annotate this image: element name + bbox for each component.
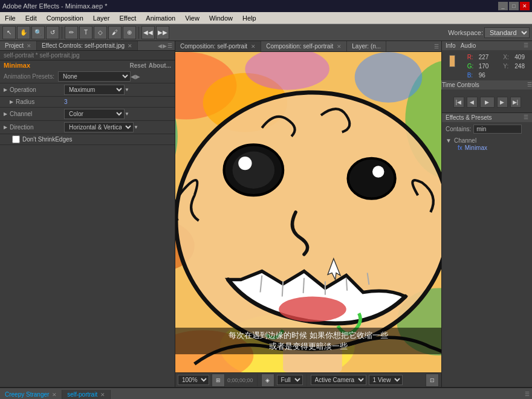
tool-zoom[interactable]: 🔍 [31, 26, 45, 39]
project-tab-close[interactable]: ✕ [27, 43, 31, 49]
info-b-row: B: 96 [464, 71, 493, 80]
effect-section-name: Minimax [4, 62, 30, 69]
menu-window[interactable]: Window [207, 13, 235, 23]
layer-tab[interactable]: Layer: (n... [347, 41, 386, 51]
tool-pen[interactable]: ✏ [65, 26, 78, 39]
direction-expand[interactable]: ▶ [4, 125, 7, 130]
ep-menu[interactable]: ☰ [524, 114, 528, 121]
dont-shrink-checkbox[interactable] [12, 135, 20, 143]
info-panel-header: Info Audio ☰ [442, 41, 532, 50]
window-controls[interactable]: _ □ ✕ [498, 2, 530, 10]
channel-expand[interactable]: ▶ [4, 111, 7, 117]
menu-view[interactable]: View [183, 13, 202, 23]
menu-file[interactable]: File [2, 13, 18, 23]
effect-about-btn[interactable]: About... [149, 62, 171, 69]
tc-prev-btn[interactable]: ◀ [467, 97, 478, 108]
tl-tab-self[interactable]: self-portrait ✕ [62, 390, 111, 399]
comp-fit-btn[interactable]: ⊞ [212, 374, 225, 387]
tc-next-btn[interactable]: ▶ [497, 97, 508, 108]
effect-controls-tab-close[interactable]: ✕ [128, 43, 132, 49]
tc-play-btn[interactable]: ▶ [480, 97, 495, 108]
svg-point-25 [279, 296, 346, 322]
minimize-button[interactable]: _ [498, 2, 508, 10]
svg-point-16 [238, 157, 251, 170]
ep-contains-label: Contains: [446, 126, 471, 132]
menu-composition[interactable]: Composition [44, 13, 86, 23]
effects-presets-panel: Effects & Presets ☰ Contains: ▼ Channel … [442, 113, 532, 387]
workspace-select[interactable]: Standard [484, 27, 530, 38]
menu-animation[interactable]: Animation [143, 13, 178, 23]
r-label: R: [467, 54, 476, 60]
tab-effect-controls[interactable]: Effect Controls: self-portrait.jpg ✕ [37, 41, 138, 50]
direction-select[interactable]: Horizontal & Vertical [64, 122, 134, 132]
operation-row: ▶ Operation Maximum ▼ [0, 83, 175, 97]
comp-tab-1[interactable]: Composition: self-portrait ✕ [175, 41, 261, 51]
title-text: Adobe After Effects - Minimax.aep * [2, 2, 107, 10]
anim-nav-left[interactable]: ◀ [131, 73, 135, 80]
tool-clone[interactable]: ⊕ [123, 26, 136, 39]
panel-nav-right[interactable]: ▶ [163, 43, 167, 49]
tab-project[interactable]: Project ✕ [0, 41, 37, 50]
info-coord-values: X: 409 Y: 248 [499, 53, 528, 80]
audio-tab[interactable]: Audio [461, 42, 476, 49]
ep-minimax-item[interactable]: fx Minimax [446, 144, 528, 152]
tool-shape[interactable]: ◇ [94, 26, 107, 39]
comp-tb-sep1 [257, 374, 258, 386]
tool-forward[interactable]: ▶▶ [156, 26, 169, 39]
panel-menu[interactable]: ☰ [167, 43, 172, 49]
ep-channel-header[interactable]: ▼ Channel [446, 137, 528, 144]
maximize-button[interactable]: □ [509, 2, 519, 10]
anim-nav-right[interactable]: ▶ [135, 73, 140, 80]
tool-rotate[interactable]: ↺ [46, 26, 59, 39]
tc-first-btn[interactable]: |◀ [453, 97, 464, 108]
ep-search-input[interactable] [473, 125, 522, 134]
tool-paint[interactable]: 🖌 [108, 26, 122, 39]
comp-tb-sep2 [307, 374, 307, 386]
radius-expand[interactable]: ▶ [10, 99, 13, 105]
menu-effect[interactable]: Effect [117, 13, 138, 23]
main-area: Project ✕ Effect Controls: self-portrait… [0, 41, 532, 387]
quality-select[interactable]: Full [277, 375, 303, 385]
anim-presets-select[interactable]: None [58, 71, 131, 82]
subtitle-area: 每次在遇到边缘的时候 如果你想把它收缩一些 或者是变得更暗淡一些 [175, 328, 441, 354]
operation-select[interactable]: Maximum [64, 85, 125, 95]
tool-back[interactable]: ◀◀ [141, 26, 155, 39]
comp-tab-1-close[interactable]: ✕ [251, 44, 256, 50]
time-controls-menu[interactable]: ☰ [527, 82, 532, 88]
comp-tab-2[interactable]: Composition: self-portrait ✕ [261, 41, 347, 51]
close-button[interactable]: ✕ [520, 2, 530, 10]
comp-tab-2-close[interactable]: ✕ [337, 44, 342, 50]
tl-tab-creepy-close[interactable]: ✕ [52, 392, 57, 398]
ep-search-area: Contains: [442, 122, 532, 136]
radius-value[interactable]: 3 [64, 99, 68, 105]
zoom-select[interactable]: 100% [178, 375, 209, 385]
comp-nav-arrows: ☰ [434, 44, 439, 50]
tool-text[interactable]: T [79, 26, 92, 39]
timecode-display: 0;00;00;00 [227, 377, 253, 383]
menu-layer[interactable]: Layer [91, 13, 112, 23]
info-menu[interactable]: ☰ [524, 42, 528, 49]
tl-tab-self-close[interactable]: ✕ [100, 392, 105, 398]
tl-nav-arrows: ☰ [525, 391, 530, 397]
menu-edit[interactable]: Edit [23, 13, 39, 23]
view-select[interactable]: 1 View [369, 375, 403, 385]
tool-select[interactable]: ↖ [2, 26, 16, 39]
right-panel: Info Audio ☰ R: 227 G: 170 B: [441, 41, 532, 387]
tl-nav-menu[interactable]: ☰ [525, 391, 530, 397]
panel-nav-left[interactable]: ◀ [158, 43, 162, 49]
tl-tab-creepy[interactable]: Creepy Stranger ✕ [0, 390, 62, 399]
menu-help[interactable]: Help [240, 13, 259, 23]
tc-last-btn[interactable]: ▶| [510, 97, 521, 108]
comp-expand-btn[interactable]: ⊡ [426, 374, 439, 387]
camera-select[interactable]: Active Camera [311, 375, 366, 385]
comp-nav-menu[interactable]: ☰ [434, 44, 439, 50]
subtitle-line2: 或者是变得更暗淡一些 [180, 341, 436, 352]
comp-quality-btn[interactable]: ◈ [261, 374, 274, 387]
channel-select[interactable]: Color [64, 109, 125, 119]
tool-hand[interactable]: ✋ [17, 26, 30, 39]
svg-line-20 [282, 281, 283, 296]
operation-expand[interactable]: ▶ [4, 87, 7, 92]
svg-point-17 [348, 158, 395, 199]
effect-reset-btn[interactable]: Reset [130, 62, 146, 69]
time-controls-label: Time Controls [442, 82, 479, 88]
